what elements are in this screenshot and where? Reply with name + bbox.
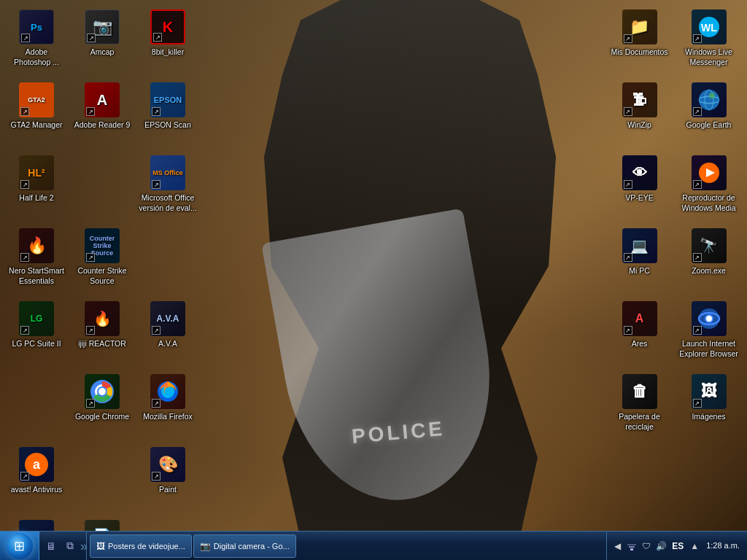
- icon-vp-eye[interactable]: 👁 ↗ VP-EYE: [605, 149, 674, 222]
- svg-rect-22: [627, 544, 636, 545]
- icon-avast[interactable]: a ↗ avast! Antivirus: [4, 441, 69, 514]
- icon-photoshop[interactable]: Ps ↗ Adobe Photoshop ...: [4, 4, 69, 77]
- svg-point-3: [98, 388, 106, 395]
- icon-half-life-2[interactable]: HL² ↗ Half Life 2: [4, 149, 69, 222]
- icon-ms-office[interactable]: MS Office ↗ Microsoft Office versión de …: [135, 149, 201, 222]
- svg-rect-21: [629, 546, 635, 548]
- desktop-icons-right: 📁 ↗ Mis Documentos WL ↗ Windows Live Mes…: [601, 0, 747, 525]
- icon-nero[interactable]: 🔥 ↗ Nero StartSmart Essentials: [4, 222, 69, 295]
- icon-windows-media[interactable]: ↗ Reproductor de Windows Media: [674, 149, 743, 222]
- icon-amcap[interactable]: 📷 ↗ Amcap: [69, 4, 135, 77]
- taskbar-app-posters[interactable]: 🖼 Posters de videojue...: [90, 534, 192, 558]
- icon-winzip[interactable]: 🗜 ↗ WinZip: [605, 77, 674, 149]
- icon-adobe-reader[interactable]: A ↗ Adobe Reader 9: [69, 77, 135, 149]
- icon-gta2[interactable]: GTA2 ↗ GTA2 Manager: [4, 77, 69, 149]
- icon-windows-live-messenger[interactable]: WL ↗ Windows Live Messenger: [674, 4, 743, 77]
- icon-ie[interactable]: ↗ Launch Internet Explorer Browser: [674, 295, 743, 368]
- icon-ijiji[interactable]: 🔥 ↗ ijiji REACTOR: [69, 295, 135, 368]
- icon-papelera[interactable]: 🗑 Papelera de reciclaje: [605, 368, 674, 441]
- svg-rect-20: [630, 548, 633, 551]
- tray-language[interactable]: ES: [670, 541, 686, 551]
- svg-point-10: [699, 90, 719, 110]
- svg-text:a: a: [33, 457, 41, 472]
- icon-ares[interactable]: A ↗ Ares: [605, 295, 674, 368]
- svg-point-13: [709, 93, 715, 98]
- tray-network[interactable]: [626, 540, 638, 552]
- tray-arrow[interactable]: ◀: [611, 540, 623, 552]
- tray-clock[interactable]: 1:28 a.m.: [703, 540, 743, 551]
- tray-speaker[interactable]: 🔊: [655, 540, 667, 552]
- desktop-icons-left: Ps ↗ Adobe Photoshop ... 📷 ↗ Amcap K ↗ 8…: [0, 0, 212, 525]
- icon-8bit[interactable]: K ↗ 8bit_killer: [135, 4, 201, 77]
- icon-google-chrome[interactable]: ↗ Google Chrome: [69, 368, 135, 441]
- icon-counter-strike-source[interactable]: Counter Strike Source ↗ Counter Strike S…: [69, 222, 135, 295]
- tray-security[interactable]: 🛡: [640, 540, 652, 552]
- show-desktop-button[interactable]: 🖥: [42, 537, 60, 555]
- icon-mozilla-firefox[interactable]: ↗ Mozilla Firefox: [135, 368, 201, 441]
- system-tray: ◀ 🛡 🔊 ES ▲ 1:28 a.m.: [606, 532, 747, 560]
- switch-windows-button[interactable]: ⧉: [61, 537, 79, 555]
- taskbar-app-camera[interactable]: 📷 Digital camera - Go...: [193, 534, 296, 558]
- tray-up-arrow[interactable]: ▲: [689, 540, 700, 552]
- svg-point-19: [706, 316, 712, 322]
- icon-zoom[interactable]: 🔭 ↗ Zoom.exe: [674, 222, 743, 295]
- icon-paint[interactable]: 🎨 ↗ Paint: [135, 441, 201, 514]
- start-orb: ⊞: [7, 533, 33, 559]
- icon-imagenes[interactable]: 🖼 ↗ Imágenes: [674, 368, 743, 441]
- icon-ava[interactable]: A.V.A ↗ A.V.A: [135, 295, 201, 368]
- windows-logo: ⊞: [14, 538, 25, 554]
- taskbar-apps: 🖼 Posters de videojue... 📷 Digital camer…: [87, 532, 606, 560]
- taskbar: ⊞ 🖥 ⧉ » 🖼 Posters de videojue... 📷 Digit…: [0, 531, 747, 560]
- svg-text:WL: WL: [701, 22, 717, 34]
- icon-lg-pc-suite[interactable]: LG ↗ LG PC Suite II: [4, 295, 69, 368]
- start-button[interactable]: ⊞: [0, 532, 39, 561]
- desktop: Ps ↗ Adobe Photoshop ... 📷 ↗ Amcap K ↗ 8…: [0, 0, 747, 560]
- icon-mi-pc[interactable]: 💻 ↗ Mi PC: [605, 222, 674, 295]
- icon-mis-documentos[interactable]: 📁 ↗ Mis Documentos: [605, 4, 674, 77]
- icon-epson[interactable]: EPSON ↗ EPSON Scan: [135, 77, 201, 149]
- icon-google-earth[interactable]: ↗ Google Earth: [674, 77, 743, 149]
- quick-launch: 🖥 ⧉ »: [39, 532, 87, 560]
